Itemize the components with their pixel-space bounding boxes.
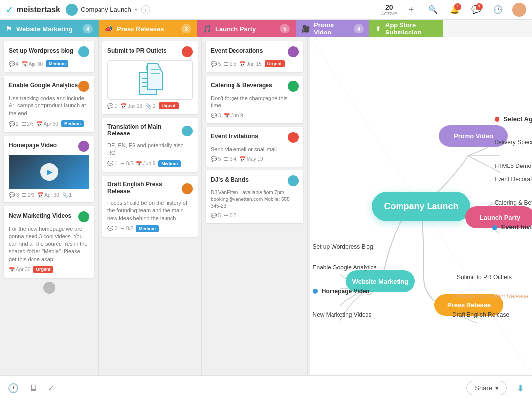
mm-label-analytics: Enable Google Analytics (313, 264, 377, 271)
clock-button[interactable]: 🕐 (491, 2, 505, 17)
card-avatar (288, 132, 299, 143)
search-button[interactable]: 🔍 (426, 2, 440, 17)
notifications-button[interactable]: 🔔1 (447, 2, 462, 17)
card-dj-bands[interactable]: DJ's & Bands DJ VanEtten - available fro… (206, 170, 303, 223)
card-desc: DJ VanEtten - available from 7pm booking… (211, 189, 299, 210)
logo-text: meistertask (16, 5, 60, 14)
card-footer: 💬 1 ☰ 0/5 📅 Jun 9 Medium (107, 160, 193, 167)
card-avatar (288, 46, 299, 57)
messages-button[interactable]: 💬7 (469, 2, 484, 17)
task-count: ☰ 2/5 (224, 61, 236, 67)
task-count: ☰ 3/4 (224, 156, 236, 162)
col-title-press: Press Releases (117, 25, 177, 33)
card-title: Translation of Main Release (107, 123, 182, 137)
mm-label-delivery-spec: Delivery Specifications (495, 139, 532, 146)
card-homepage-video[interactable]: Homepage Video ▶ 💬 3 ☰ 1/3 📅 Apr 30 📎 1 (4, 136, 94, 202)
logo: ✓ meistertask (6, 4, 60, 15)
kanban-header: ⚑ Website Marketing 4 📣 Press Releases 3… (0, 20, 310, 37)
card-marketing-videos[interactable]: New Marketing Videos For the new homepag… (4, 206, 94, 278)
project-dropdown-icon[interactable]: ▾ (135, 7, 137, 12)
mm-label-homepage: Homepage Video (313, 288, 369, 295)
project-info-button[interactable]: i (141, 5, 150, 14)
promo-icon: 🎥 (301, 25, 310, 33)
column-header-website[interactable]: ⚑ Website Marketing 4 (0, 20, 99, 37)
card-footer: 📅 Apr 30 Urgent (9, 266, 89, 273)
card-translation[interactable]: Translation of Main Release DE, EN, ES a… (102, 118, 198, 172)
col-count-launch: 5 (280, 24, 290, 33)
card-title: Homepage Video (9, 142, 78, 149)
card-footer: 💬 2 ☰ 2/3 📅 Apr 30 Medium (9, 120, 89, 127)
mm-label-catering: Catering & Beverages (495, 200, 532, 206)
mm-label-draft-english: Draft English Release (452, 311, 509, 318)
card-catering[interactable]: Catering & Beverages Don't forget the ch… (206, 76, 303, 123)
comment-count: 💬 3 (9, 192, 19, 198)
due-date: 📅 May 19 (239, 156, 263, 162)
card-event-deco[interactable]: Event Decorations 💬 5 ☰ 2/5 📅 Jun 15 Urg… (206, 41, 303, 72)
tag-medium: Medium (136, 225, 159, 232)
add-card-website[interactable]: + (43, 282, 55, 294)
activity-icon[interactable]: 🕐 (8, 383, 19, 394)
tag-medium: Medium (46, 60, 68, 67)
notification-badge: 1 (454, 3, 461, 10)
card-title: Submit to PR Outlets (107, 47, 182, 54)
card-desc: Send via email or snail mail (211, 146, 299, 153)
card-title: New Marketing Videos (9, 212, 78, 219)
column-header-launch[interactable]: 🎵 Launch Party 5 (197, 20, 296, 37)
bottom-bar: 🕐 🖥 ✓ Share ▾ ⬇ (0, 375, 532, 400)
card-desc: DE, EN, ES and potentially also RO (107, 142, 193, 157)
kanban-board: Set up Wordpress blog 💬 4 📅 Apr 30 Mediu… (0, 37, 310, 375)
card-wordpress[interactable]: Set up Wordpress blog 💬 4 📅 Apr 30 Mediu… (4, 41, 94, 72)
comment-count: 💬 1 (107, 161, 117, 166)
comment-count: 💬 5 (211, 61, 221, 67)
comment-count: 💬 4 (9, 61, 19, 67)
card-title: Event Invitations (211, 133, 288, 140)
column-press: Submit to PR Outlets (99, 37, 202, 375)
mm-label-html5: HTML5 Demo Animations (495, 163, 532, 169)
comment-count: 💬 2 (107, 226, 117, 231)
col-count-website: 4 (83, 24, 93, 33)
user-avatar[interactable] (512, 3, 526, 17)
mm-label-pr-submit: Submit to PR Outlets (457, 274, 512, 281)
column-header-press[interactable]: 📣 Press Releases 3 (99, 20, 197, 37)
col-title-promo: Promo Video (314, 21, 350, 36)
add-button[interactable]: ＋ (404, 2, 419, 17)
column-header-appstore[interactable]: ⬆ App Store Submission (369, 20, 443, 37)
mm-label-select-agency: Select Agency (495, 115, 532, 123)
mm-label-wordpress: Set up Wordpress Blog (313, 243, 373, 250)
press-icon: 📣 (104, 25, 113, 33)
card-title: Enable Google Analytics (9, 82, 78, 89)
card-invitations[interactable]: Event Invitations Send via email or snai… (206, 127, 303, 167)
card-analytics[interactable]: Enable Google Analytics Use tracking cod… (4, 76, 94, 132)
mindmap-center[interactable]: Company Launch (372, 192, 470, 221)
agency-dot (495, 117, 499, 122)
svg-marker-4 (148, 64, 163, 90)
card-pr-image: ↑ (107, 60, 193, 100)
website-icon: ⚑ (6, 25, 12, 33)
col-title-launch: Launch Party (215, 25, 276, 33)
homepage-dot (313, 289, 318, 294)
card-title: Draft English Press Release (107, 181, 182, 195)
card-footer: 💬 5 ☰ 3/4 📅 May 19 (211, 156, 299, 162)
download-icon[interactable]: ⬇ (517, 383, 524, 394)
mm-label-translation: Translations of Main Release (452, 293, 529, 300)
card-thumbnail: ▶ (9, 155, 89, 189)
attachment-count: 📎 1 (62, 192, 72, 198)
column-header-promo[interactable]: 🎥 Promo Video 4 (296, 20, 369, 37)
project-avatar (66, 4, 78, 16)
task-count: ☰ 1/3 (22, 192, 34, 198)
share-button[interactable]: Share ▾ (466, 381, 507, 395)
monitor-icon[interactable]: 🖥 (29, 383, 37, 393)
card-draft-press[interactable]: Draft English Press Release Focus should… (102, 176, 198, 237)
card-avatar (182, 46, 193, 57)
col-title-website: Website Marketing (16, 25, 79, 33)
card-avatar (78, 46, 89, 57)
column-launch: Event Decorations 💬 5 ☰ 2/5 📅 Jun 15 Urg… (202, 37, 308, 375)
check-icon[interactable]: ✓ (47, 383, 55, 394)
card-pr-outlets[interactable]: Submit to PR Outlets (102, 41, 198, 114)
card-title: DJ's & Bands (211, 176, 288, 183)
message-badge: 7 (476, 3, 483, 10)
card-footer: 💬 5 ☰ 2/5 📅 Jun 15 Urgent (211, 60, 299, 67)
project-name[interactable]: Company Launch (81, 6, 131, 13)
comment-count: 💬 1 (107, 103, 117, 109)
tag-urgent: Urgent (33, 266, 53, 273)
